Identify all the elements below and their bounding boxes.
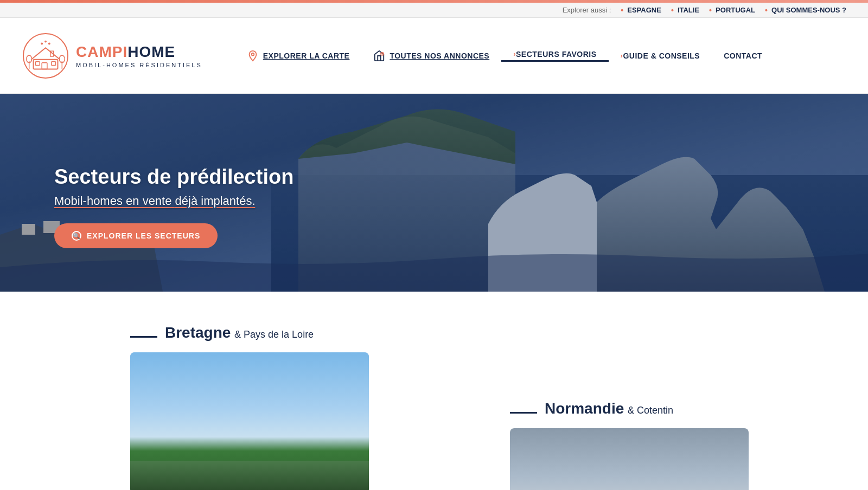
nav-secteurs-favoris[interactable]: › SECTEURS FAVORIS — [501, 50, 608, 62]
hero-title: Secteurs de prédilection — [54, 165, 293, 189]
bretagne-subtitle: & Pays de la Loire — [234, 329, 314, 340]
nav-explorer-carte[interactable]: EXPLORER LA CARTE — [235, 50, 362, 62]
regions-section: Bretagne & Pays de la Loire Normandie & … — [0, 292, 868, 490]
svg-rect-3 — [35, 61, 40, 65]
logo-subtitle: MOBIL-HOMES RÉSIDENTIELS — [76, 62, 202, 68]
top-bar-italie[interactable]: ITALIE — [671, 6, 699, 14]
top-bar-label: Explorer aussi : — [563, 6, 611, 14]
nav-contact[interactable]: CONTACT — [712, 51, 774, 60]
svg-point-12 — [48, 42, 50, 44]
logo-icon — [22, 32, 69, 80]
logo-campi: CAMPI — [76, 43, 127, 60]
bretagne-title: Bretagne & Pays de la Loire — [165, 324, 314, 341]
normandie-line — [510, 412, 537, 414]
top-bar-qui-sommes-nous[interactable]: QUI SOMMES-NOUS ? — [765, 6, 846, 14]
svg-rect-2 — [42, 62, 47, 69]
hero-section: Secteurs de prédilection Mobil-homes en … — [0, 94, 868, 292]
bretagne-line — [130, 336, 157, 338]
map-pin-icon — [247, 50, 259, 62]
nav-guide-conseils[interactable]: › GUIDE & CONSEILS — [609, 51, 712, 60]
home-tag-icon — [373, 50, 385, 62]
bretagne-photo — [130, 352, 369, 490]
svg-rect-4 — [52, 61, 56, 65]
svg-point-11 — [44, 40, 47, 42]
explore-sectors-button[interactable]: 🔍 EXPLORER LES SECTEURS — [54, 223, 218, 248]
normandie-image — [510, 428, 749, 490]
main-nav: EXPLORER LA CARTE TOUTES NOS ANNONCES › … — [235, 50, 846, 62]
bretagne-image — [130, 352, 369, 490]
bretagne-heading: Bretagne & Pays de la Loire — [130, 324, 467, 341]
svg-rect-1 — [34, 59, 58, 69]
svg-point-13 — [251, 53, 254, 55]
logo-link[interactable]: CAMPIHOME MOBIL-HOMES RÉSIDENTIELS — [22, 32, 202, 80]
normandie-subtitle: & Cotentin — [628, 405, 673, 416]
hero-subtitle: Mobil-homes en vente déjà implantés. — [54, 194, 293, 208]
nav-toutes-annonces[interactable]: TOUTES NOS ANNONCES — [361, 50, 501, 62]
top-bar-portugal[interactable]: PORTUGAL — [709, 6, 755, 14]
search-icon: 🔍 — [72, 231, 81, 241]
normandie-title: Normandie & Cotentin — [545, 400, 673, 417]
top-bar: Explorer aussi : ESPAGNE ITALIE PORTUGAL… — [0, 3, 868, 18]
hero-content: Secteurs de prédilection Mobil-homes en … — [54, 165, 293, 248]
bretagne-block: Bretagne & Pays de la Loire — [130, 324, 467, 490]
site-header: CAMPIHOME MOBIL-HOMES RÉSIDENTIELS EXPLO… — [0, 18, 868, 94]
svg-point-10 — [41, 42, 43, 44]
top-bar-espagne[interactable]: ESPAGNE — [621, 6, 661, 14]
normandie-heading: Normandie & Cotentin — [510, 400, 846, 417]
logo-text: CAMPIHOME MOBIL-HOMES RÉSIDENTIELS — [76, 43, 202, 68]
normandie-block: Normandie & Cotentin — [510, 400, 846, 490]
logo-home: HOME — [127, 43, 175, 60]
